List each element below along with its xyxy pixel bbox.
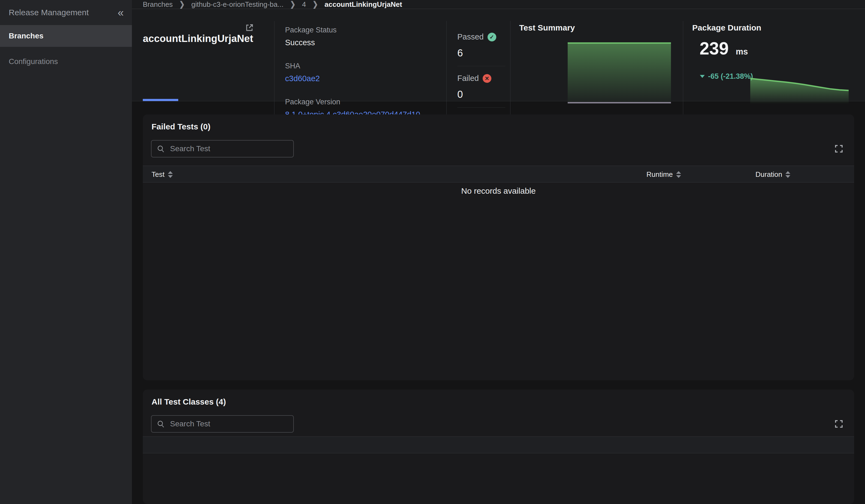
passed-count: Passed ✓ 6 [457, 32, 505, 59]
sha-link[interactable]: c3d60ae2 [285, 74, 427, 83]
active-tab-indicator [143, 99, 178, 101]
table-header-row: Test Runtime Duration [143, 166, 854, 183]
breadcrumb-item[interactable]: github-c3-e-orionTesting-ba... [191, 0, 284, 9]
app-root: Release Management « Branches Configurat… [0, 0, 865, 504]
breadcrumb-item[interactable]: 4 [302, 0, 306, 9]
search-input[interactable] [170, 144, 288, 153]
card-title: Package Duration [692, 23, 861, 32]
divider [457, 107, 505, 108]
chevron-right-icon: ❯ [313, 0, 318, 9]
sidebar-header: Release Management « [0, 0, 132, 25]
field-label: SHA [285, 62, 427, 70]
sidebar-item-branches[interactable]: Branches [0, 25, 132, 47]
trend-down-icon [700, 75, 705, 78]
all-test-classes-panel: All Test Classes (4) [143, 389, 854, 504]
panel-title: Failed Tests (0) [151, 122, 210, 131]
panel-title: All Test Classes (4) [151, 397, 226, 407]
package-duration-card: Package Duration 239 ms -65 (-21.38%) [692, 9, 861, 101]
failed-tests-panel: Failed Tests (0) Test [143, 115, 854, 380]
main-area: Branches ❯ github-c3-e-orionTesting-ba..… [132, 0, 865, 504]
page-title: accountLinkingUrjaNet [143, 33, 253, 44]
column-header-runtime[interactable]: Runtime [646, 166, 681, 183]
duration-value-row: 239 ms [700, 38, 748, 59]
duration-change: -65 (-21.38%) [700, 72, 753, 81]
breadcrumb: Branches ❯ github-c3-e-orionTesting-ba..… [132, 0, 865, 9]
sidebar-item-label: Configurations [9, 57, 58, 66]
change-text: -65 (-21.38%) [708, 72, 753, 81]
x-circle-icon: ✕ [483, 74, 491, 83]
chevron-right-icon: ❯ [179, 0, 185, 9]
search-input[interactable] [170, 420, 288, 428]
package-status-group: Package Status Success [285, 26, 427, 47]
fullscreen-icon[interactable] [834, 419, 844, 430]
collapse-sidebar-icon[interactable]: « [118, 7, 123, 18]
test-summary-card: Test Summary Last 30 days [519, 9, 683, 101]
fullscreen-icon[interactable] [834, 144, 844, 155]
field-label: Package Status [285, 26, 427, 34]
sidebar: Release Management « Branches Configurat… [0, 0, 132, 504]
card-title: Test Summary [519, 23, 683, 32]
count-label: Failed [457, 74, 479, 83]
column-header-test[interactable]: Test [151, 166, 173, 183]
divider [457, 66, 505, 66]
title-column: accountLinkingUrjaNet < > Overview [143, 9, 274, 101]
package-status-value: Success [285, 38, 427, 47]
table-header-row [143, 436, 854, 453]
sha-group: SHA c3d60ae2 [285, 62, 427, 83]
field-label: Package Version [285, 98, 427, 106]
column-header-duration[interactable]: Duration [756, 166, 790, 183]
page-content: Failed Tests (0) Test [132, 101, 865, 504]
duration-unit: ms [736, 47, 748, 57]
sidebar-nav: Branches Configurations [0, 25, 132, 72]
sidebar-title: Release Management [9, 8, 89, 17]
breadcrumb-item-current: accountLinkingUrjaNet [325, 0, 402, 9]
count-label: Passed [457, 32, 484, 42]
search-box [151, 140, 294, 157]
search-box [151, 415, 294, 433]
chevron-right-icon: ❯ [290, 0, 296, 9]
test-summary-chart [568, 42, 671, 104]
failed-count: Failed ✕ 0 [457, 74, 505, 100]
sidebar-item-configurations[interactable]: Configurations [0, 51, 132, 72]
sidebar-item-label: Branches [9, 32, 44, 40]
count-value: 0 [457, 89, 505, 100]
search-icon [157, 420, 165, 428]
check-circle-icon: ✓ [487, 33, 496, 42]
breadcrumb-item[interactable]: Branches [143, 0, 173, 9]
sort-icon [676, 171, 681, 178]
duration-sparkline [750, 76, 849, 104]
sort-icon [785, 171, 790, 178]
empty-state-message: No records available [143, 186, 854, 196]
external-link-icon[interactable] [245, 23, 254, 34]
search-icon [157, 144, 165, 153]
branch-summary-header: accountLinkingUrjaNet < > Overview Packa… [132, 9, 865, 101]
sort-icon [168, 171, 173, 178]
count-value: 6 [457, 47, 505, 59]
duration-value: 239 [700, 38, 729, 59]
